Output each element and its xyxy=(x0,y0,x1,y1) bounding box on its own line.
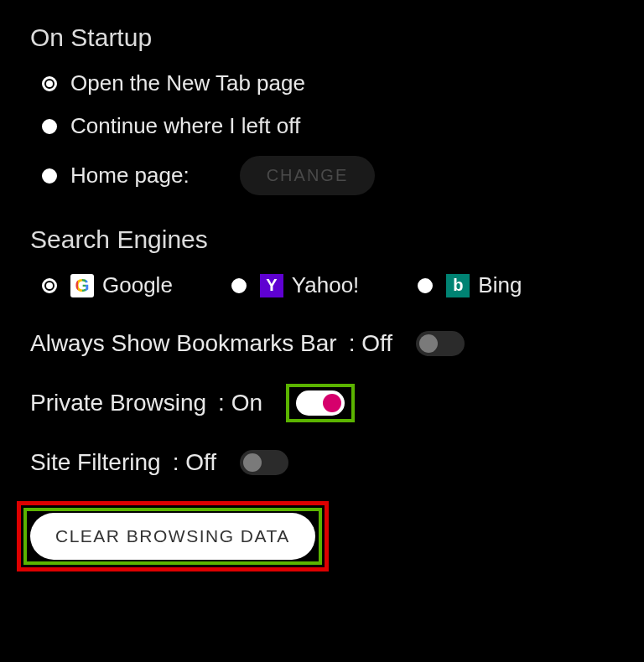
startup-option-continue[interactable]: Continue where I left off xyxy=(42,113,614,139)
clear-browsing-data-button[interactable]: CLEAR BROWSING DATA xyxy=(30,513,315,560)
startup-option-label: Continue where I left off xyxy=(70,113,300,139)
private-browsing-row: Private Browsing : On xyxy=(30,384,614,422)
search-engines-heading: Search Engines xyxy=(30,225,614,254)
bookmarks-bar-toggle[interactable] xyxy=(416,331,465,356)
radio-icon xyxy=(231,278,247,293)
bing-icon: b xyxy=(446,274,470,297)
site-filtering-toggle[interactable] xyxy=(240,450,288,475)
site-filtering-row: Site Filtering : Off xyxy=(30,449,614,476)
yahoo-icon: Y xyxy=(260,274,283,297)
site-filtering-state: : Off xyxy=(173,449,216,476)
site-filtering-label: Site Filtering xyxy=(30,449,161,476)
private-browsing-state: : On xyxy=(218,390,262,416)
startup-heading: On Startup xyxy=(30,23,614,52)
radio-icon xyxy=(42,119,57,134)
startup-radio-group: Open the New Tab page Continue where I l… xyxy=(42,70,614,195)
bookmarks-bar-state: : Off xyxy=(349,330,392,357)
clear-browsing-data-wrapper: CLEAR BROWSING DATA xyxy=(30,513,315,560)
search-engines-radio-group: G Google Y Yahoo! b Bing xyxy=(42,272,614,298)
google-icon: G xyxy=(70,274,94,297)
change-homepage-button[interactable]: CHANGE xyxy=(240,156,376,195)
search-engine-google[interactable]: G Google xyxy=(42,272,173,298)
startup-option-label: Home page: xyxy=(70,163,190,189)
radio-icon xyxy=(42,168,57,184)
startup-option-new-tab[interactable]: Open the New Tab page xyxy=(42,70,614,96)
radio-icon xyxy=(42,278,57,293)
search-engine-label: Google xyxy=(102,272,173,298)
private-browsing-label: Private Browsing xyxy=(30,390,206,416)
highlight-annotation xyxy=(286,384,355,422)
startup-option-label: Open the New Tab page xyxy=(70,70,305,96)
radio-icon xyxy=(418,278,433,293)
search-engine-label: Bing xyxy=(478,272,522,298)
search-engine-bing[interactable]: b Bing xyxy=(418,272,522,298)
startup-option-homepage[interactable]: Home page: CHANGE xyxy=(42,156,614,195)
search-engine-yahoo[interactable]: Y Yahoo! xyxy=(231,272,359,298)
bookmarks-bar-label: Always Show Bookmarks Bar xyxy=(30,330,337,357)
search-engine-label: Yahoo! xyxy=(292,272,359,298)
bookmarks-bar-row: Always Show Bookmarks Bar : Off xyxy=(30,330,614,357)
private-browsing-toggle[interactable] xyxy=(296,390,345,416)
radio-icon xyxy=(42,76,57,91)
